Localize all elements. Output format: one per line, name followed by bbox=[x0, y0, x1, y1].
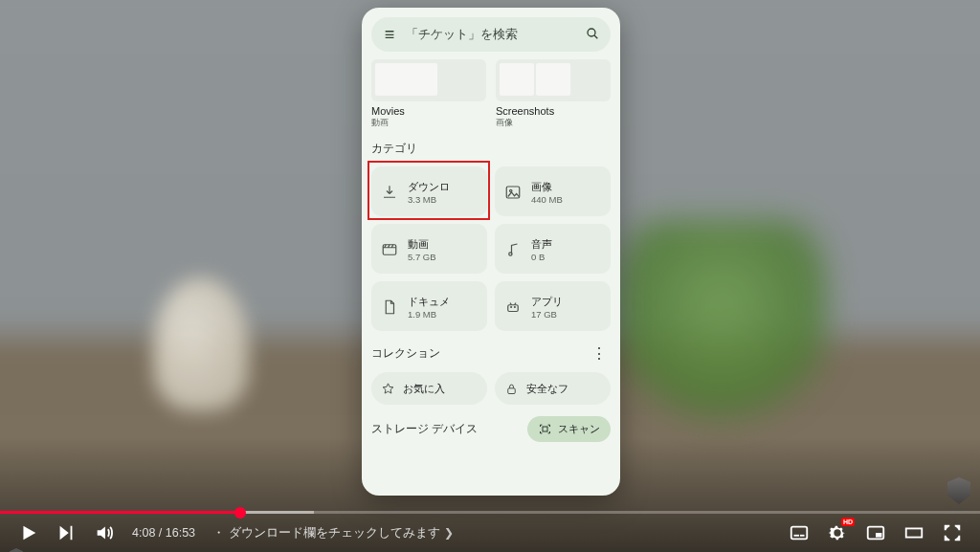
svg-line-1 bbox=[594, 35, 597, 38]
folder-thumbnail bbox=[371, 59, 486, 101]
scan-button[interactable]: スキャン bbox=[527, 416, 611, 442]
fullscreen-button[interactable] bbox=[942, 522, 963, 543]
folder-subtitle: 画像 bbox=[496, 117, 611, 129]
scan-icon bbox=[538, 422, 552, 436]
svg-point-8 bbox=[514, 307, 515, 308]
recent-folders: Movies 動画 Screenshots 画像 bbox=[371, 59, 611, 129]
pill-safe-folder[interactable]: 安全なフ bbox=[495, 372, 611, 405]
folder-thumbnail bbox=[496, 59, 611, 101]
svg-rect-6 bbox=[508, 305, 519, 312]
hamburger-icon[interactable]: ≡ bbox=[379, 25, 400, 45]
phone-screen: ≡ 「チケット」を検索 Movies 動画 Screenshots 画像 カテゴ… bbox=[362, 8, 620, 496]
play-button[interactable] bbox=[17, 522, 38, 543]
channel-badge: コアコンシェル bbox=[947, 477, 970, 504]
collections-more-icon[interactable]: ⋮ bbox=[588, 344, 611, 363]
svg-rect-15 bbox=[876, 533, 881, 538]
category-label: 音声 bbox=[531, 237, 552, 252]
category-apps[interactable]: アプリ 17 GB bbox=[495, 281, 611, 331]
music-note-icon bbox=[504, 241, 522, 258]
category-size: 1.9 MB bbox=[408, 309, 450, 320]
folder-subtitle: 動画 bbox=[371, 117, 486, 129]
shield-icon bbox=[10, 548, 23, 552]
svg-rect-12 bbox=[794, 535, 800, 537]
chevron-right-icon: ❯ bbox=[444, 526, 454, 540]
volume-button[interactable] bbox=[94, 522, 115, 543]
lock-icon bbox=[504, 382, 519, 396]
category-images[interactable]: 画像 440 MB bbox=[495, 166, 611, 216]
video-clapper-icon bbox=[381, 241, 398, 258]
category-grid: ダウンロ 3.3 MB 画像 440 MB 動画 5.7 GB 音声 0 bbox=[371, 166, 611, 331]
category-size: 17 GB bbox=[531, 309, 563, 320]
hd-badge: HD bbox=[841, 518, 855, 526]
search-bar[interactable]: ≡ 「チケット」を検索 bbox=[371, 17, 611, 52]
miniplayer-button[interactable] bbox=[865, 522, 886, 543]
folder-screenshots[interactable]: Screenshots 画像 bbox=[496, 59, 611, 129]
channel-watermark: スマホのコンシェルジュ bbox=[10, 548, 159, 552]
scan-label: スキャン bbox=[558, 422, 600, 436]
svg-rect-9 bbox=[508, 387, 516, 393]
search-placeholder: 「チケット」を検索 bbox=[406, 26, 576, 43]
svg-rect-13 bbox=[800, 535, 805, 537]
svg-rect-11 bbox=[791, 527, 808, 540]
category-size: 0 B bbox=[531, 252, 552, 262]
category-audio[interactable]: 音声 0 B bbox=[495, 224, 611, 274]
category-label: ダウンロ bbox=[408, 180, 450, 194]
pill-label: お気に入 bbox=[403, 382, 445, 396]
section-title-categories: カテゴリ bbox=[371, 141, 611, 157]
background-plant bbox=[616, 220, 827, 431]
category-label: 画像 bbox=[531, 180, 563, 194]
star-icon bbox=[381, 382, 395, 396]
section-title-collections: コレクション bbox=[371, 345, 440, 362]
collection-pills: お気に入 安全なフ bbox=[371, 372, 611, 405]
background-vase bbox=[153, 277, 249, 411]
image-icon bbox=[504, 184, 522, 201]
player-controls: 4:08 / 16:53 ・ ダウンロード欄をチェックしてみます ❯ HD bbox=[0, 514, 980, 552]
category-size: 5.7 GB bbox=[408, 252, 436, 262]
svg-rect-16 bbox=[906, 528, 923, 537]
category-size: 440 MB bbox=[531, 194, 563, 205]
folder-movies[interactable]: Movies 動画 bbox=[371, 59, 486, 129]
svg-point-7 bbox=[511, 307, 512, 308]
settings-button[interactable]: HD bbox=[827, 522, 848, 543]
shield-icon bbox=[947, 477, 970, 504]
pill-label: 安全なフ bbox=[526, 382, 568, 396]
current-time: 4:08 bbox=[132, 526, 155, 540]
subtitles-button[interactable] bbox=[789, 522, 810, 543]
category-label: アプリ bbox=[531, 295, 563, 309]
category-downloads[interactable]: ダウンロ 3.3 MB bbox=[371, 166, 487, 216]
theater-button[interactable] bbox=[903, 522, 924, 543]
svg-point-5 bbox=[509, 253, 512, 255]
section-title-storage: ストレージ デバイス bbox=[371, 421, 478, 437]
search-icon[interactable] bbox=[582, 26, 603, 44]
duration: 16:53 bbox=[166, 526, 195, 540]
chapter-button[interactable]: ・ ダウンロード欄をチェックしてみます ❯ bbox=[212, 525, 454, 541]
chapter-sep: ・ bbox=[212, 525, 225, 541]
folder-title: Screenshots bbox=[496, 105, 611, 117]
chapter-title: ダウンロード欄をチェックしてみます bbox=[229, 525, 440, 541]
category-label: ドキュメ bbox=[408, 295, 450, 309]
category-label: 動画 bbox=[408, 237, 436, 252]
category-documents[interactable]: ドキュメ 1.9 MB bbox=[371, 281, 487, 331]
document-icon bbox=[381, 298, 398, 316]
category-size: 3.3 MB bbox=[408, 194, 450, 205]
svg-point-0 bbox=[588, 29, 595, 36]
folder-title: Movies bbox=[371, 105, 486, 117]
android-icon bbox=[504, 298, 522, 316]
pill-favorites[interactable]: お気に入 bbox=[371, 372, 487, 405]
time-display: 4:08 / 16:53 bbox=[132, 526, 195, 540]
category-videos[interactable]: 動画 5.7 GB bbox=[371, 224, 487, 274]
svg-rect-10 bbox=[543, 427, 547, 431]
download-icon bbox=[381, 184, 398, 201]
next-button[interactable] bbox=[56, 522, 77, 543]
